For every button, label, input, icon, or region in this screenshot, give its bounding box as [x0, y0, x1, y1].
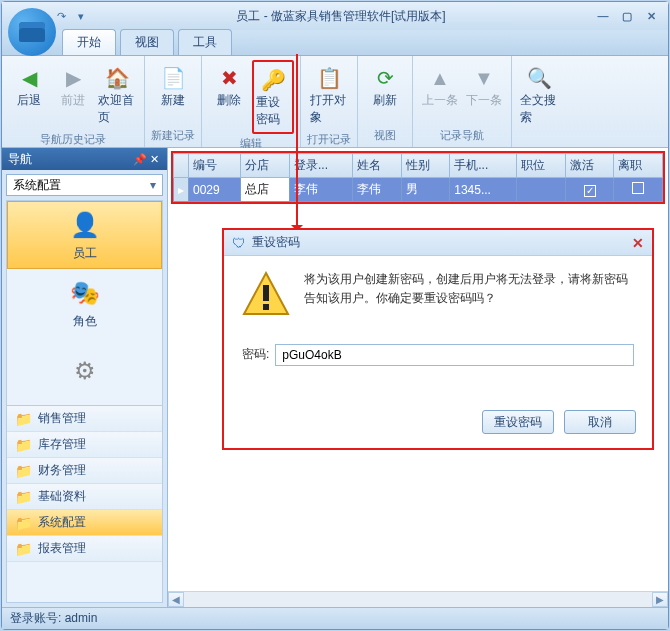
warning-icon [242, 270, 290, 318]
pin-icon[interactable]: 📌 [133, 153, 147, 166]
table-row[interactable]: ▸ 0029 总店 李伟 李伟 男 1345... ✓ [174, 178, 663, 202]
arrow-down-icon: ▼ [470, 64, 498, 92]
key-icon: 🔑 [259, 66, 287, 94]
app-logo-icon[interactable] [8, 8, 56, 56]
status-text: 登录账号: admin [10, 610, 97, 627]
quit-checkbox [632, 182, 644, 194]
dialog-message: 将为该用户创建新密码，创建后用户将无法登录，请将新密码告知该用户。你确定要重设密… [304, 270, 634, 318]
prev-record-button: ▲上一条 [419, 60, 461, 126]
grid-header-row: 编号分店登录... 姓名性别手机... 职位激活离职 [174, 154, 663, 178]
home-button[interactable]: 🏠欢迎首页 [96, 60, 138, 130]
open-object-button[interactable]: 📋打开对象 [308, 60, 350, 130]
svg-rect-2 [263, 304, 269, 310]
new-file-icon: 📄 [159, 64, 187, 92]
nav-title: 导航 [8, 151, 32, 168]
scroll-right-icon[interactable]: ▶ [652, 592, 668, 607]
group-open-label: 打开记录 [307, 130, 351, 149]
status-bar: 登录账号: admin [2, 607, 668, 629]
horizontal-scrollbar[interactable]: ◀ ▶ [168, 591, 668, 607]
annotation-arrow [296, 54, 298, 236]
folder-icon: 📁 [15, 463, 32, 479]
gear-icon: ⚙ [69, 355, 101, 387]
window-title: 员工 - 傲蓝家具销售管理软件[试用版本] [90, 8, 592, 25]
employee-grid[interactable]: 编号分店登录... 姓名性别手机... 职位激活离职 ▸ 0029 总店 李伟 … [173, 153, 663, 202]
svg-rect-1 [263, 285, 269, 301]
search-icon: 🔍 [525, 64, 553, 92]
nav-big-settings[interactable]: ⚙ [7, 337, 162, 405]
dropdown-icon[interactable]: ▾ [72, 7, 90, 25]
delete-button[interactable]: ✖删除 [208, 60, 250, 134]
nav-item-sales[interactable]: 📁销售管理 [7, 406, 162, 432]
group-new-label: 新建记录 [151, 126, 195, 145]
password-label: 密码: [242, 345, 269, 364]
ribbon-tabs: 开始 视图 工具 [2, 30, 668, 56]
forward-button: ▶前进 [52, 60, 94, 130]
search-button[interactable]: 🔍全文搜索 [518, 60, 560, 130]
employee-icon: 👤 [69, 209, 101, 241]
group-history-label: 导航历史记录 [40, 130, 106, 149]
tab-view[interactable]: 视图 [120, 29, 174, 55]
arrow-left-icon: ◀ [15, 64, 43, 92]
nav-category-select[interactable]: 系统配置 [6, 174, 163, 196]
delete-icon: ✖ [215, 64, 243, 92]
group-recnav-label: 记录导航 [440, 126, 484, 145]
dialog-close-icon[interactable]: ✕ [632, 235, 644, 251]
folder-icon: 📁 [15, 489, 32, 505]
group-view-label: 视图 [374, 126, 396, 145]
nav-big-role[interactable]: 🎭 角色 [7, 269, 162, 337]
nav-item-base[interactable]: 📁基础资料 [7, 484, 162, 510]
redo-icon[interactable]: ↷ [52, 7, 70, 25]
active-checkbox: ✓ [584, 185, 596, 197]
open-icon: 📋 [315, 64, 343, 92]
nav-panel: 导航 📌 ✕ 系统配置 👤 员工 🎭 角色 ⚙ 📁销售管 [2, 148, 168, 607]
nav-close-icon[interactable]: ✕ [147, 153, 161, 166]
tab-start[interactable]: 开始 [62, 29, 116, 55]
folder-icon: 📁 [15, 437, 32, 453]
arrow-up-icon: ▲ [426, 64, 454, 92]
password-input[interactable] [275, 344, 634, 366]
refresh-button[interactable]: ⟳刷新 [364, 60, 406, 126]
home-icon: 🏠 [103, 64, 131, 92]
role-icon: 🎭 [69, 277, 101, 309]
folder-icon: 📁 [15, 541, 32, 557]
refresh-icon: ⟳ [371, 64, 399, 92]
dialog-cancel-button[interactable]: 取消 [564, 410, 636, 434]
reset-password-dialog: 🛡 重设密码 ✕ 将为该用户创建新密码，创建后用户将无法登录，请将新密码告知该用… [222, 228, 654, 450]
ribbon: ◀后退 ▶前进 🏠欢迎首页 导航历史记录 📄新建 新建记录 ✖删除 🔑重设密码 … [2, 56, 668, 148]
maximize-icon[interactable]: ▢ [616, 8, 638, 24]
folder-icon: 📁 [15, 515, 32, 531]
scroll-left-icon[interactable]: ◀ [168, 592, 184, 607]
tab-tools[interactable]: 工具 [178, 29, 232, 55]
dialog-icon: 🛡 [232, 235, 246, 251]
dialog-title: 重设密码 [252, 234, 300, 251]
minimize-icon[interactable]: — [592, 8, 614, 24]
nav-item-stock[interactable]: 📁库存管理 [7, 432, 162, 458]
nav-item-finance[interactable]: 📁财务管理 [7, 458, 162, 484]
titlebar: ⟳ ↶ ↷ ▾ 员工 - 傲蓝家具销售管理软件[试用版本] — ▢ ✕ [2, 2, 668, 30]
reset-password-button[interactable]: 🔑重设密码 [252, 60, 294, 134]
nav-big-employee[interactable]: 👤 员工 [7, 201, 162, 269]
back-button[interactable]: ◀后退 [8, 60, 50, 130]
nav-item-system[interactable]: 📁系统配置 [7, 510, 162, 536]
folder-icon: 📁 [15, 411, 32, 427]
next-record-button: ▼下一条 [463, 60, 505, 126]
nav-item-report[interactable]: 📁报表管理 [7, 536, 162, 562]
arrow-right-icon: ▶ [59, 64, 87, 92]
new-button[interactable]: 📄新建 [152, 60, 194, 126]
dialog-ok-button[interactable]: 重设密码 [482, 410, 554, 434]
close-icon[interactable]: ✕ [640, 8, 662, 24]
